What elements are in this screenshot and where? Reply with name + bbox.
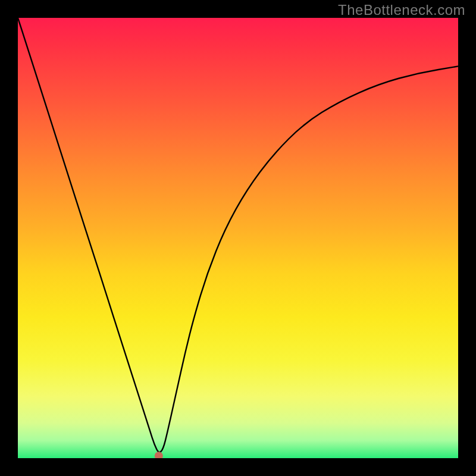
optimal-point-marker (155, 452, 163, 458)
watermark-text: TheBottleneck.com (338, 2, 465, 18)
bottleneck-curve (18, 18, 458, 452)
chart-frame: TheBottleneck.com (0, 0, 476, 476)
plot-area (18, 18, 458, 458)
curve-layer (18, 18, 458, 458)
